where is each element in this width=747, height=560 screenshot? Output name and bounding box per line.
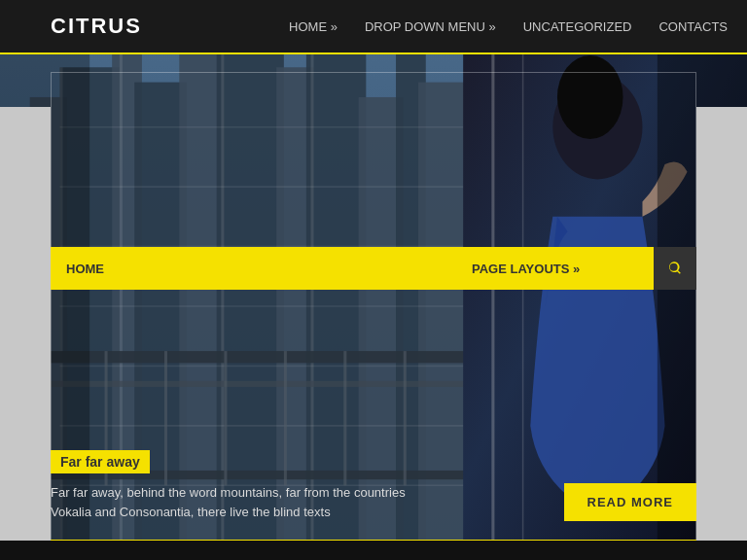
hero-title: Far far away — [51, 450, 150, 473]
page-wrapper: CITRUS HOME » DROP DOWN MENU » UNCATEGOR… — [0, 0, 747, 560]
search-button[interactable] — [654, 247, 696, 290]
navbar: CITRUS HOME » DROP DOWN MENU » UNCATEGOR… — [0, 0, 747, 52]
nav-contacts[interactable]: CONTACTS — [658, 19, 728, 34]
svg-point-36 — [557, 55, 623, 139]
nav-menu: HOME » DROP DOWN MENU » UNCATEGORIZED CO… — [289, 19, 728, 34]
side-border-left — [0, 107, 51, 541]
hero-section: HOME PAGE LAYOUTS » — [0, 52, 747, 560]
side-border-right — [696, 107, 747, 541]
breadcrumb-separator — [116, 262, 460, 276]
breadcrumb-home[interactable]: HOME — [66, 262, 104, 276]
breadcrumb-page-layouts[interactable]: PAGE LAYOUTS » — [472, 262, 580, 276]
nav-bottom-line — [0, 52, 747, 54]
breadcrumb-nav: HOME PAGE LAYOUTS » — [51, 247, 654, 290]
hero-bottom: Far far away Far far away, behind the wo… — [51, 450, 696, 521]
search-icon — [667, 261, 683, 276]
read-more-button[interactable]: READ MORE — [564, 483, 696, 521]
hero-text-block: Far far away Far far away, behind the wo… — [51, 450, 406, 521]
nav-uncategorized[interactable]: UNCATEGORIZED — [523, 19, 632, 34]
hero-description: Far far away, behind the word mountains,… — [51, 483, 406, 521]
nav-dropdown[interactable]: DROP DOWN MENU » — [365, 19, 496, 34]
bottom-bar — [0, 541, 747, 560]
search-bar-container: HOME PAGE LAYOUTS » — [51, 247, 696, 290]
site-logo[interactable]: CITRUS — [51, 14, 142, 39]
nav-home[interactable]: HOME » — [289, 19, 338, 34]
